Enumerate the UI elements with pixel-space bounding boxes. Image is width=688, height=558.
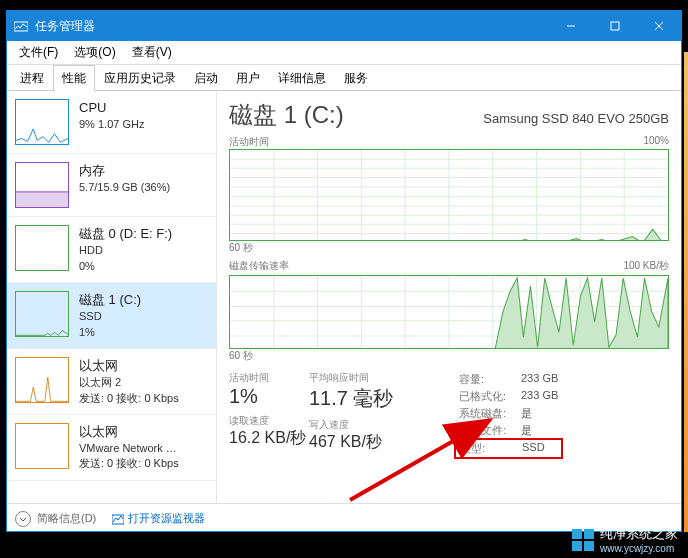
chart1-label-left: 活动时间 — [229, 135, 269, 149]
menu-view[interactable]: 查看(V) — [124, 42, 180, 63]
tab-details[interactable]: 详细信息 — [269, 65, 335, 91]
tab-services[interactable]: 服务 — [335, 65, 377, 91]
sysdisk-val: 是 — [521, 405, 532, 422]
minimize-button[interactable] — [549, 11, 593, 41]
sidebar-mem-sub: 5.7/15.9 GB (36%) — [79, 180, 170, 195]
sidebar-mem-name: 内存 — [79, 162, 170, 180]
avg-resp-value: 11.7 毫秒 — [309, 385, 459, 412]
sidebar-eth1-sub1: 以太网 2 — [79, 375, 179, 390]
disk-model: Samsung SSD 840 EVO 250GB — [483, 111, 669, 126]
sidebar-eth2-sub1: VMware Network … — [79, 441, 179, 456]
active-time-label: 活动时间 — [229, 371, 309, 385]
tabbar: 进程 性能 应用历史记录 启动 用户 详细信息 服务 — [7, 65, 681, 91]
formatted-val: 233 GB — [521, 388, 558, 405]
svg-rect-2 — [611, 22, 619, 30]
sidebar-disk0-sub2: 0% — [79, 259, 172, 274]
activity-chart[interactable] — [229, 149, 669, 241]
type-highlight-box: 类型:SSD — [454, 438, 563, 459]
write-speed-label: 写入速度 — [309, 418, 459, 432]
task-manager-window: 任务管理器 文件(F) 选项(O) 查看(V) 进程 性能 应用历史记录 启动 … — [6, 10, 682, 532]
eth2-thumbnail-graph — [15, 423, 69, 469]
sidebar-eth2-sub2: 发送: 0 接收: 0 Kbps — [79, 456, 179, 471]
watermark: 纯净系统之家 www.ycwjzy.com — [572, 525, 678, 554]
pagefile-key: 页面文件: — [459, 422, 521, 439]
eth1-thumbnail-graph — [15, 357, 69, 403]
chart2-axis: 60 秒 — [229, 349, 253, 363]
chart1-axis: 60 秒 — [229, 241, 253, 255]
sidebar-disk1-name: 磁盘 1 (C:) — [79, 291, 141, 309]
decorative-edge-bar — [684, 52, 688, 532]
sidebar-eth1-sub2: 发送: 0 接收: 0 Kbps — [79, 391, 179, 406]
sidebar-eth2-name: 以太网 — [79, 423, 179, 441]
fewer-details-label[interactable]: 简略信息(D) — [37, 511, 96, 526]
disk1-thumbnail-graph — [15, 291, 69, 337]
chart2-label-left: 磁盘传输速率 — [229, 259, 289, 273]
write-speed-value: 467 KB/秒 — [309, 432, 459, 453]
transfer-chart[interactable] — [229, 275, 669, 349]
sidebar-disk0-sub1: HDD — [79, 243, 172, 258]
chart2-label-right: 100 KB/秒 — [623, 259, 669, 273]
sysdisk-key: 系统磁盘: — [459, 405, 521, 422]
tab-app-history[interactable]: 应用历史记录 — [95, 65, 185, 91]
sidebar-item-eth1[interactable]: 以太网 以太网 2 发送: 0 接收: 0 Kbps — [7, 349, 216, 415]
app-icon — [13, 18, 29, 34]
sidebar-disk1-sub1: SSD — [79, 309, 141, 324]
sidebar: CPU 9% 1.07 GHz 内存 5.7/15.9 GB (36%) 磁盘 … — [7, 91, 217, 503]
sidebar-item-cpu[interactable]: CPU 9% 1.07 GHz — [7, 91, 216, 154]
watermark-logo-icon — [572, 529, 594, 551]
sidebar-disk0-name: 磁盘 0 (D: E: F:) — [79, 225, 172, 243]
tab-startup[interactable]: 启动 — [185, 65, 227, 91]
close-button[interactable] — [637, 11, 681, 41]
resmon-icon — [112, 513, 124, 525]
watermark-brand: 纯净系统之家 — [600, 525, 678, 543]
avg-resp-label: 平均响应时间 — [309, 371, 459, 385]
sidebar-item-eth2[interactable]: 以太网 VMware Network … 发送: 0 接收: 0 Kbps — [7, 415, 216, 481]
sidebar-item-memory[interactable]: 内存 5.7/15.9 GB (36%) — [7, 154, 216, 217]
cpu-thumbnail-graph — [15, 99, 69, 145]
disk-title: 磁盘 1 (C:) — [229, 99, 344, 131]
tab-processes[interactable]: 进程 — [11, 65, 53, 91]
capacity-key: 容量: — [459, 371, 521, 388]
capacity-val: 233 GB — [521, 371, 558, 388]
open-resmon-link[interactable]: 打开资源监视器 — [112, 511, 205, 526]
window-title: 任务管理器 — [35, 18, 549, 35]
content-area: CPU 9% 1.07 GHz 内存 5.7/15.9 GB (36%) 磁盘 … — [7, 91, 681, 503]
read-speed-label: 读取速度 — [229, 414, 309, 428]
sidebar-cpu-name: CPU — [79, 99, 144, 117]
memory-thumbnail-graph — [15, 162, 69, 208]
watermark-url: www.ycwjzy.com — [600, 543, 678, 554]
titlebar: 任务管理器 — [7, 11, 681, 41]
read-speed-value: 16.2 KB/秒 — [229, 428, 309, 449]
formatted-key: 已格式化: — [459, 388, 521, 405]
menu-options[interactable]: 选项(O) — [66, 42, 123, 63]
tab-users[interactable]: 用户 — [227, 65, 269, 91]
menubar: 文件(F) 选项(O) 查看(V) — [7, 41, 681, 65]
sidebar-item-disk1[interactable]: 磁盘 1 (C:) SSD 1% — [7, 283, 216, 349]
sidebar-eth1-name: 以太网 — [79, 357, 179, 375]
type-key: 类型: — [460, 440, 522, 457]
fewer-details-icon[interactable] — [15, 511, 31, 527]
menu-file[interactable]: 文件(F) — [11, 42, 66, 63]
tab-performance[interactable]: 性能 — [53, 65, 95, 91]
maximize-button[interactable] — [593, 11, 637, 41]
type-val: SSD — [522, 440, 545, 457]
sidebar-item-disk0[interactable]: 磁盘 0 (D: E: F:) HDD 0% — [7, 217, 216, 283]
svg-rect-5 — [16, 192, 68, 207]
sidebar-cpu-sub: 9% 1.07 GHz — [79, 117, 144, 132]
disk0-thumbnail-graph — [15, 225, 69, 271]
pagefile-val: 是 — [521, 422, 532, 439]
active-time-value: 1% — [229, 385, 309, 408]
main-panel: 磁盘 1 (C:) Samsung SSD 840 EVO 250GB 活动时间… — [217, 91, 681, 503]
chart1-label-right: 100% — [643, 135, 669, 149]
sidebar-disk1-sub2: 1% — [79, 325, 141, 340]
